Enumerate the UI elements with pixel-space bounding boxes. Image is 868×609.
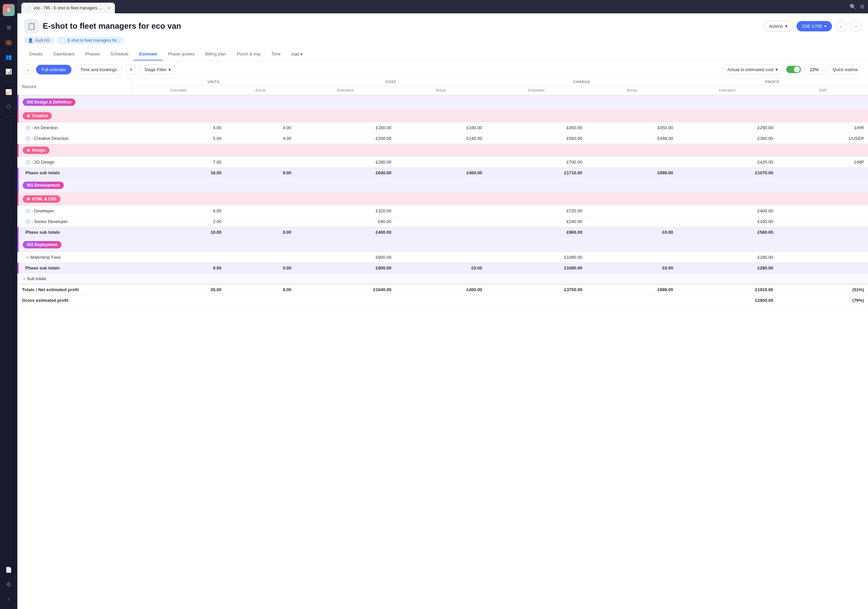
phase-row[interactable]: 001 Development (18, 178, 868, 193)
search-icon[interactable]: 🔍 (849, 4, 856, 10)
sidebar-icon-layers[interactable]: ⬡ (3, 101, 15, 113)
table-row[interactable]: 🕐 - Art Direction4.004.00£160.00£160.00£… (18, 122, 868, 133)
tab-billing-plan[interactable]: Billing plan (200, 48, 232, 60)
job-tag-icon: 📄 (60, 38, 65, 43)
job-title: E-shot to fleet managers for eco van (43, 22, 759, 31)
clock-icon: 🕐 (25, 136, 31, 141)
actual-to-estimated-button[interactable]: Actual to estimated cost ▾ (722, 64, 783, 75)
phase-row[interactable]: 002 Deployment (18, 238, 868, 252)
nav-tabs: Details Dashboard Phases Schedule Estima… (24, 48, 861, 60)
sidebar-icon-contacts[interactable]: 👥 (3, 51, 15, 63)
cost-est-header: Estimated (295, 85, 395, 95)
sidebar-icon-pages[interactable]: 📄 (3, 564, 15, 576)
table-row[interactable]: 🕐 - Senior Developer2.00£80.00£240.00£16… (18, 216, 868, 227)
percentage-input[interactable] (804, 65, 824, 74)
actions-button[interactable]: Actions ▾ (763, 21, 793, 32)
phase-badge: 002 Deployment (23, 241, 61, 248)
toggle-knob (794, 67, 800, 73)
tab-phase-quotes[interactable]: Phase quotes (163, 48, 200, 60)
table-row[interactable]: 🕐 - Creative Direction5.004.00£200.00£24… (18, 133, 868, 144)
phase-row[interactable]: 000 Design & Definition (18, 95, 868, 110)
browser-tab-bar: 📄 Job - 785 - E-shot to fleet managers f… (17, 0, 868, 13)
tab-dashboard[interactable]: Dashboard (48, 48, 80, 60)
download-button[interactable]: ↓ (835, 20, 846, 32)
tags-row: 👤 Audi AG 📄 E-shot to fleet managers for… (24, 37, 861, 44)
browser-controls: 🔍 ⧉ (849, 4, 864, 13)
toolbar: ⌄ Full estimate Time and bookings ≡ Stag… (17, 61, 868, 79)
cost-group-header: COST (295, 79, 486, 85)
header-actions: Actions ▾ JOB 1/785 ▾ ↓ ⋯ (763, 20, 861, 32)
chevron-down-icon-job: ▾ (824, 24, 826, 29)
subphase-badge: ⊕ Design (23, 147, 50, 154)
sub-totals-row[interactable]: ›Sub totals (18, 273, 868, 285)
units-act-header: Actual (225, 85, 295, 95)
expand-icon[interactable]: › (23, 276, 25, 281)
clock-icon: 🕐 (25, 160, 31, 164)
subtotal-row: Phase sub totals0.000.00£800.00£0.00£108… (18, 263, 868, 273)
job-icon: 📋 (24, 19, 39, 33)
filter-button[interactable]: ≡ (126, 64, 136, 75)
subtotal-row: Phase sub totals16.008.00£640.00£400.00£… (18, 167, 868, 178)
actual-cost-chevron: ▾ (775, 67, 778, 72)
tab-time[interactable]: Time (266, 48, 286, 60)
chevron-up-icon: ⌄ (26, 67, 29, 72)
sidebar-icon-analytics[interactable]: 📈 (3, 86, 15, 98)
app-header: 📋 E-shot to fleet managers for eco van A… (17, 13, 868, 61)
units-est-header: Estimated (132, 85, 225, 95)
window-icon[interactable]: ⧉ (860, 4, 864, 10)
record-header: Record (18, 79, 132, 95)
clock-icon: 🕐 (25, 209, 31, 213)
charge-group-header: CHARGE (486, 79, 677, 85)
tab-phases[interactable]: Phases (80, 48, 105, 60)
stage-filter-button[interactable]: Stage Filter ▾ (139, 64, 175, 75)
phase-badge: 001 Development (23, 181, 64, 189)
sidebar-icon-reports[interactable]: 📊 (3, 65, 15, 77)
table-row[interactable]: 🕐 - Developer8.00£320.00£720.00£400.00 (18, 206, 868, 216)
company-tag[interactable]: 👤 Audi AG (24, 37, 54, 44)
units-group-header: UNITS (132, 79, 295, 85)
add-tab-button[interactable]: Add ▾ (289, 48, 305, 60)
header-row: 📋 E-shot to fleet managers for eco van A… (24, 19, 861, 33)
profit-est-header: Estimated (677, 85, 777, 95)
toggle-switch[interactable] (786, 66, 801, 73)
ellipsis-icon: ⋯ (854, 24, 858, 29)
subphase-badge: ⊕ Creative (23, 112, 52, 119)
sidebar-icon-expand[interactable]: › (3, 593, 15, 605)
clock-icon: 🕐 (25, 219, 31, 224)
time-bookings-button[interactable]: Time and bookings (75, 64, 122, 75)
main-area: 📄 Job - 785 - E-shot to fleet managers f… (17, 0, 868, 609)
gross-profit-row: Gross estimated profit£2950.00(79%) (18, 295, 868, 306)
sidebar-icon-jobs[interactable]: 💼 (3, 36, 15, 48)
table-row[interactable]: 🛍 Mailchimp Fees£800.00£1080.00£280.00 (18, 252, 868, 263)
sidebar-icon-settings[interactable]: ⚙ (3, 578, 15, 590)
subphase-row[interactable]: ⊕ Design (18, 144, 868, 157)
tab-estimate[interactable]: Estimate (134, 48, 163, 60)
phase-badge: 000 Design & Definition (23, 99, 76, 106)
charge-est-header: Estimated (486, 85, 586, 95)
app-logo[interactable]: S (3, 4, 15, 16)
profit-group-header: PROFIT (677, 79, 868, 85)
quick-estimate-button[interactable]: Quick estima (828, 64, 863, 75)
subphase-row[interactable]: ⊕ Creative (18, 110, 868, 122)
tab-schedule[interactable]: Schedule (105, 48, 134, 60)
sidebar-icon-dashboard[interactable]: ⊞ (3, 22, 15, 33)
subphase-row[interactable]: ⊕ HTML & CSS (18, 193, 868, 206)
subphase-badge: ⊕ HTML & CSS (23, 195, 60, 203)
browser-tab[interactable]: 📄 Job - 785 - E-shot to fleet managers f… (22, 3, 115, 13)
job-number-button[interactable]: JOB 1/785 ▾ (797, 21, 832, 31)
sidebar-divider-2 (4, 116, 13, 117)
full-estimate-button[interactable]: Full estimate (36, 65, 71, 74)
more-options-button[interactable]: ⋯ (850, 20, 861, 32)
company-icon: 👤 (28, 38, 33, 43)
tab-purch-exp[interactable]: Purch & exp (232, 48, 266, 60)
job-tag[interactable]: 📄 E-shot to fleet managers for... (56, 37, 124, 44)
table-row[interactable]: 🕐 - 2D Design7.00£280.00£700.00£420.001/… (18, 157, 868, 167)
download-icon: ↓ (840, 24, 842, 29)
tab-details[interactable]: Details (24, 48, 48, 60)
estimate-table-container: Record UNITS COST CHARGE PROFIT Estimate… (17, 79, 868, 609)
add-chevron-icon: ▾ (301, 52, 303, 57)
charge-act-header: Actual (586, 85, 677, 95)
browser-tab-close[interactable]: × (107, 5, 110, 11)
collapse-button[interactable]: ⌄ (23, 64, 33, 74)
clock-icon: 🕐 (25, 126, 31, 130)
